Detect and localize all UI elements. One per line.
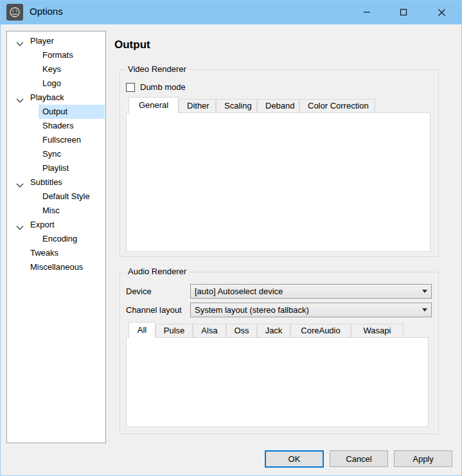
dumb-mode-label: Dumb mode [140, 80, 186, 94]
sidebar-item-logo[interactable]: Logo [8, 76, 105, 91]
sidebar-item-shaders[interactable]: Shaders [8, 119, 105, 133]
tab-deband[interactable]: Deband [257, 99, 299, 112]
cancel-button[interactable]: Cancel [330, 450, 388, 467]
tab-dither[interactable]: Dither [179, 99, 216, 112]
tab-oss[interactable]: Oss [226, 324, 257, 337]
sidebar-item-sync[interactable]: Sync [8, 147, 105, 161]
channel-layout-label: Channel layout [126, 303, 182, 317]
app-smiley-icon [6, 4, 23, 21]
dumb-mode-checkbox[interactable] [126, 83, 135, 92]
video-renderer-tabbar: General Dither Scaling Deband Color Corr… [129, 97, 375, 112]
tab-scaling[interactable]: Scaling [216, 99, 257, 112]
tab-wasapi[interactable]: Wasapi [351, 324, 404, 337]
sidebar-item-output[interactable]: Output [8, 105, 105, 119]
sidebar-item-miscellaneous[interactable]: Miscellaneous [8, 260, 105, 274]
device-label: Device [126, 285, 152, 299]
ok-button[interactable]: OK [265, 450, 324, 468]
device-combobox[interactable]: [auto] Autoselect device [190, 284, 432, 299]
apply-button[interactable]: Apply [394, 450, 452, 467]
video-general-pane [126, 112, 431, 252]
sidebar-item-keys[interactable]: Keys [8, 62, 105, 76]
minimize-button[interactable] [351, 0, 383, 24]
close-button[interactable] [425, 0, 458, 24]
sidebar-item-playback[interactable]: Playback [8, 91, 105, 105]
combo-arrow-icon [422, 290, 427, 293]
sidebar-item-fullscreen[interactable]: Fullscreen [8, 133, 105, 147]
options-dialog: Options Player Formats Keys Logo Playbac… [0, 0, 462, 476]
tab-all[interactable]: All [129, 322, 155, 338]
video-renderer-group-title: Video Renderer [125, 64, 189, 74]
page-title: Output [114, 39, 150, 51]
sidebar-item-export[interactable]: Export [8, 218, 105, 232]
sidebar-item-encoding[interactable]: Encoding [8, 232, 105, 246]
titlebar[interactable]: Options [0, 0, 462, 24]
tab-pulse[interactable]: Pulse [155, 324, 193, 337]
window-title: Options [30, 6, 63, 17]
tab-general[interactable]: General [129, 97, 179, 113]
sidebar-item-formats[interactable]: Formats [8, 48, 105, 62]
settings-tree: Player Formats Keys Logo Playback Output… [6, 31, 106, 443]
tab-jack[interactable]: Jack [257, 324, 290, 337]
sidebar-item-misc[interactable]: Misc [8, 204, 105, 218]
maximize-button[interactable] [387, 0, 420, 24]
sidebar-item-player[interactable]: Player [8, 34, 105, 48]
sidebar-item-subtitles[interactable]: Subtitles [8, 175, 105, 190]
tab-coreaudio[interactable]: CoreAudio [290, 324, 351, 337]
chevron-down-icon[interactable] [16, 179, 24, 186]
sidebar-item-default-style[interactable]: Default Style [8, 190, 105, 204]
chevron-down-icon[interactable] [16, 94, 24, 101]
tab-alsa[interactable]: Alsa [193, 324, 226, 337]
audio-renderer-tabbar: All Pulse Alsa Oss Jack CoreAudio Wasapi [129, 322, 404, 337]
audio-renderer-group-title: Audio Renderer [125, 267, 189, 276]
channel-layout-combobox[interactable]: System layout (stereo fallback) [190, 303, 432, 317]
chevron-down-icon[interactable] [16, 222, 24, 228]
tab-color-correction[interactable]: Color Correction [299, 99, 375, 112]
chevron-down-icon[interactable] [16, 38, 24, 44]
sidebar-item-playlist[interactable]: Playlist [8, 161, 105, 175]
audio-all-pane [126, 337, 429, 427]
sidebar-item-tweaks[interactable]: Tweaks [8, 246, 105, 260]
combo-arrow-icon [422, 308, 427, 312]
